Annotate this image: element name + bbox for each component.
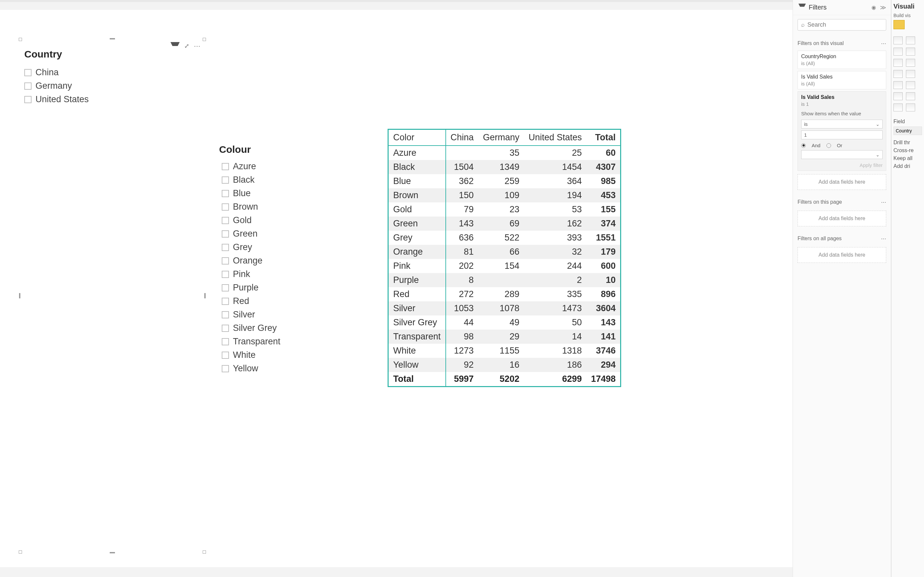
checkbox-icon[interactable] <box>222 163 229 170</box>
table-row[interactable]: Green14369162374 <box>389 216 620 230</box>
slicer-item[interactable]: Silver Grey <box>222 321 362 335</box>
checkbox-icon[interactable] <box>222 203 229 211</box>
viz-type-icon[interactable] <box>906 48 915 56</box>
checkbox-icon[interactable] <box>222 325 229 332</box>
viz-type-icon[interactable] <box>906 70 915 78</box>
viz-type-icon[interactable] <box>906 37 915 44</box>
table-row[interactable]: Yellow9216186294 <box>389 358 620 372</box>
eye-icon[interactable]: ◉ <box>871 4 876 11</box>
report-canvas[interactable]: Country ChinaGermanyUnited States Colour… <box>0 10 924 567</box>
slicer-item[interactable]: Orange <box>222 254 362 268</box>
checkbox-icon[interactable] <box>222 298 229 305</box>
checkbox-icon[interactable] <box>24 96 32 103</box>
filter-operator-select[interactable]: is <box>801 119 883 129</box>
table-row[interactable]: Azure352560 <box>389 145 620 160</box>
slicer-item[interactable]: Brown <box>222 200 362 214</box>
viz-type-icon[interactable] <box>893 48 903 56</box>
slicer-item[interactable]: Black <box>222 173 362 187</box>
slicer-item[interactable]: Red <box>222 294 362 308</box>
country-slicer[interactable]: Country ChinaGermanyUnited States <box>20 39 204 552</box>
matrix-corner-header[interactable]: Color <box>389 130 446 145</box>
more-icon[interactable]: ⋯ <box>881 40 886 47</box>
or-radio[interactable] <box>826 143 831 148</box>
focus-mode-icon[interactable] <box>184 42 189 52</box>
viz-type-icon[interactable] <box>893 37 903 44</box>
matrix-column-header[interactable]: United States <box>524 130 586 145</box>
table-row[interactable]: Red272289335896 <box>389 287 620 301</box>
slicer-item[interactable]: Azure <box>222 160 362 173</box>
checkbox-icon[interactable] <box>222 190 229 197</box>
viz-type-icon[interactable] <box>893 92 903 100</box>
and-radio[interactable] <box>801 143 806 148</box>
table-row[interactable]: Orange816632179 <box>389 245 620 259</box>
slicer-item[interactable]: Purple <box>222 281 362 294</box>
visualizations-pane[interactable]: Visuali Build vis Field Country Drill th… <box>891 0 924 577</box>
slicer-item[interactable]: Silver <box>222 308 362 321</box>
colour-slicer[interactable]: Colour AzureBlackBlueBrownGoldGreenGreyO… <box>215 141 366 377</box>
viz-type-icon[interactable] <box>906 103 915 111</box>
add-filter-all-well[interactable]: Add data fields here <box>798 247 886 263</box>
more-options-icon[interactable] <box>194 42 201 52</box>
matrix-column-header[interactable]: China <box>446 130 478 145</box>
more-icon[interactable]: ⋯ <box>881 199 886 205</box>
slicer-item[interactable]: Transparent <box>222 335 362 348</box>
matrix-column-header[interactable]: Germany <box>478 130 524 145</box>
checkbox-icon[interactable] <box>222 244 229 251</box>
viz-type-icon[interactable] <box>893 103 903 111</box>
checkbox-icon[interactable] <box>24 69 32 76</box>
filter-secondary-select[interactable] <box>801 150 883 159</box>
checkbox-icon[interactable] <box>222 365 229 372</box>
slicer-item[interactable]: Yellow <box>222 362 362 375</box>
slicer-item[interactable]: United States <box>24 93 200 106</box>
viz-type-icon[interactable] <box>906 92 915 100</box>
table-row[interactable]: Black1504134914544307 <box>389 160 620 174</box>
apply-filter-button[interactable]: Apply filter <box>801 162 883 168</box>
more-icon[interactable]: ⋯ <box>881 235 886 242</box>
filters-pane[interactable]: Filters ◉ ≫ ⌕ Search Filters on this vis… <box>793 0 891 577</box>
slicer-item[interactable]: Blue <box>222 187 362 200</box>
viz-field-country[interactable]: Country <box>893 127 922 135</box>
checkbox-icon[interactable] <box>222 217 229 224</box>
viz-type-icon[interactable] <box>906 59 915 67</box>
table-row[interactable]: Purple8210 <box>389 273 620 287</box>
table-row[interactable]: Grey6365223931551 <box>389 230 620 245</box>
slicer-item[interactable]: Grey <box>222 240 362 254</box>
add-filter-page-well[interactable]: Add data fields here <box>798 211 886 226</box>
color-country-matrix[interactable]: ColorChinaGermanyUnited StatesTotal Azur… <box>388 129 621 387</box>
checkbox-icon[interactable] <box>222 176 229 184</box>
table-row[interactable]: Transparent982914141 <box>389 330 620 344</box>
matrix-total-header[interactable]: Total <box>586 130 620 145</box>
slicer-item[interactable]: China <box>24 66 200 79</box>
slicer-item[interactable]: White <box>222 348 362 362</box>
table-row[interactable]: Silver1053107814733604 <box>389 301 620 316</box>
filter-card-isvalidsales-expanded[interactable]: Is Valid Sales is 1 Show items when the … <box>798 91 886 171</box>
checkbox-icon[interactable] <box>222 257 229 264</box>
table-row[interactable]: Brown150109194453 <box>389 188 620 202</box>
checkbox-icon[interactable] <box>222 230 229 238</box>
checkbox-icon[interactable] <box>222 271 229 278</box>
checkbox-icon[interactable] <box>222 311 229 318</box>
viz-type-icon[interactable] <box>906 81 915 89</box>
add-filter-visual-well[interactable]: Add data fields here <box>798 174 886 190</box>
viz-type-icon[interactable] <box>893 81 903 89</box>
table-row[interactable]: Silver Grey444950143 <box>389 316 620 330</box>
table-row[interactable]: Gold792353155 <box>389 202 620 216</box>
viz-type-icon[interactable] <box>893 59 903 67</box>
build-visual-icon[interactable] <box>893 20 905 29</box>
checkbox-icon[interactable] <box>24 82 32 90</box>
filters-search[interactable]: ⌕ Search <box>798 19 886 31</box>
viz-type-icon[interactable] <box>893 70 903 78</box>
filter-value-input[interactable]: 1 <box>801 131 883 139</box>
checkbox-icon[interactable] <box>222 351 229 359</box>
slicer-item[interactable]: Germany <box>24 79 200 93</box>
table-row[interactable]: Pink202154244600 <box>389 259 620 273</box>
filter-card-isvalidsales-collapsed[interactable]: Is Valid Sales is (All) <box>798 71 886 89</box>
table-row[interactable]: White1273115513183746 <box>389 344 620 358</box>
slicer-item[interactable]: Green <box>222 227 362 240</box>
collapse-pane-icon[interactable]: ≫ <box>880 4 886 11</box>
slicer-item[interactable]: Pink <box>222 268 362 281</box>
filter-icon[interactable] <box>171 42 180 52</box>
slicer-item[interactable]: Gold <box>222 214 362 227</box>
checkbox-icon[interactable] <box>222 284 229 292</box>
filter-card-countryregion[interactable]: CountryRegion is (All) <box>798 51 886 69</box>
